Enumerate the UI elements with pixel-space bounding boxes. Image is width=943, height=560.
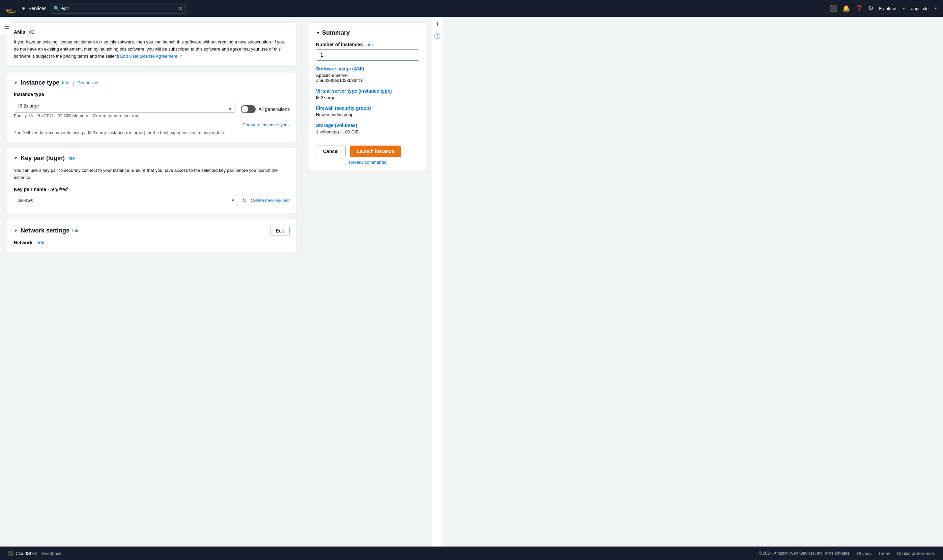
separator: |	[73, 80, 74, 86]
search-input[interactable]	[62, 6, 178, 11]
right-info-icon[interactable]: ℹ	[437, 21, 438, 27]
instance-type-header: ▼ Instance type Info | Get advice	[14, 79, 290, 86]
nav-right-actions: ⬛ 🔔 ❓ ⚙ Frankfurt ▼ appcircle ▼	[830, 5, 938, 12]
eula-link[interactable]: End User License Agreement ↗	[120, 54, 182, 58]
key-pair-section: ▼ Key pair (login) Info You can use a ke…	[7, 148, 297, 213]
ami-section: AMIs 02 If you have an existing license …	[7, 22, 297, 67]
toggle-label: All generations	[258, 106, 290, 112]
key-pair-collapse-icon[interactable]: ▼	[14, 156, 18, 160]
storage-link[interactable]: Storage (volumes)	[316, 123, 419, 128]
instance-type-title: Instance type	[20, 79, 59, 86]
ami-recommendation: The AMI vendor recommends using a t3.2xl…	[14, 130, 290, 135]
all-generations-toggle[interactable]	[241, 105, 256, 113]
summary-card: ▼ Summary Number of instances Info Softw…	[309, 22, 426, 172]
key-pair-select[interactable]: ac-aws	[14, 195, 238, 206]
user-menu[interactable]: appcircle	[911, 6, 929, 11]
storage-value: 1 volume(s) - 100 GiB	[316, 129, 419, 134]
review-commands-link[interactable]: Review commands	[316, 160, 419, 165]
network-settings-title-row: ▼ Network settings Info	[14, 227, 80, 234]
firewall-link[interactable]: Firewall (security group)	[316, 105, 419, 111]
top-navigation: aws ⊞ Services 🔍 ✕ ⬛ 🔔 ❓ ⚙ Frankfurt ▼ a…	[0, 0, 943, 17]
aws-logo[interactable]: aws	[5, 2, 17, 14]
network-label-row: Network Info	[14, 240, 290, 245]
ami-label: AMIs	[14, 29, 25, 35]
instance-type-select-wrapper: t3.2xlarge Family: t3 8 vCPU 32 GiB Memo…	[14, 100, 235, 118]
software-image-name: Appcircle Server ami-0290eb1038b86ff16	[316, 73, 419, 83]
virtual-server-link[interactable]: Virtual server type (instance type)	[316, 88, 419, 94]
instances-input-row: Number of instances Info	[316, 42, 419, 47]
all-generations-toggle-row: All generations	[241, 105, 290, 113]
create-new-key-pair-link[interactable]: Create new key pair	[251, 198, 290, 203]
network-info-link[interactable]: Info	[36, 240, 45, 245]
key-pair-select-wrapper: ac-aws ▼	[14, 195, 238, 206]
virtual-server-value: t3.2xlarge	[316, 95, 419, 100]
search-icon: 🔍	[54, 6, 59, 11]
instance-type-label: Instance type	[14, 92, 290, 97]
search-bar: 🔍 ✕	[51, 3, 185, 14]
instances-info-link[interactable]: Info	[365, 42, 373, 47]
sidebar-toggle[interactable]: ☰	[0, 20, 14, 34]
services-menu[interactable]: ⊞ Services	[22, 6, 46, 11]
instance-type-select[interactable]: t3.2xlarge	[14, 100, 235, 112]
key-pair-name-label: Key pair name - required	[14, 187, 290, 192]
instance-select-row: t3.2xlarge Family: t3 8 vCPU 32 GiB Memo…	[14, 100, 290, 118]
instance-type-info-link[interactable]: Info	[62, 80, 69, 85]
summary-actions: Cancel Launch instance	[316, 146, 419, 157]
key-pair-header: ▼ Key pair (login) Info	[14, 155, 290, 162]
instance-type-collapse-icon[interactable]: ▼	[14, 80, 18, 85]
license-text: If you have an existing license entitlem…	[14, 39, 290, 60]
instances-label: Number of instances	[316, 42, 363, 47]
network-settings-title: Network settings	[20, 227, 69, 234]
svg-text:aws: aws	[6, 8, 12, 11]
compare-instance-types-link[interactable]: Compare instance types	[242, 122, 290, 128]
right-sidebar: ℹ 🕐	[432, 17, 443, 546]
ami-count: 02	[29, 29, 34, 35]
page-wrapper: AMIs 02 If you have an existing license …	[0, 17, 943, 546]
instance-type-section: ▼ Instance type Info | Get advice Instan…	[7, 72, 297, 142]
clear-search-icon[interactable]: ✕	[178, 5, 182, 12]
key-pair-description: You can use a key pair to securely conne…	[14, 167, 290, 181]
network-settings-section: ▼ Network settings Info Edit Network Inf…	[7, 218, 297, 252]
summary-panel: ▼ Summary Number of instances Info Softw…	[304, 17, 432, 546]
software-image-link[interactable]: Software Image (AMI)	[316, 66, 419, 71]
firewall-value: New security group	[316, 112, 419, 117]
right-history-icon[interactable]: 🕐	[434, 33, 441, 39]
get-advice-link[interactable]: Get advice	[77, 80, 98, 85]
cancel-button[interactable]: Cancel	[316, 146, 346, 157]
region-selector[interactable]: Frankfurt	[879, 6, 897, 11]
network-settings-edit-button[interactable]: Edit	[270, 226, 290, 236]
instance-details: Family: t3 8 vCPU 32 GiB Memory Current …	[14, 113, 235, 118]
network-settings-header: ▼ Network settings Info Edit	[14, 226, 290, 236]
summary-collapse-icon[interactable]: ▼	[316, 31, 320, 35]
summary-title: ▼ Summary	[316, 29, 419, 36]
cloudshell-icon[interactable]: ⬛	[830, 5, 837, 12]
key-pair-info-link[interactable]: Info	[68, 156, 75, 161]
refresh-key-pairs-icon[interactable]: ↻	[242, 197, 247, 203]
network-collapse-icon[interactable]: ▼	[14, 228, 18, 233]
instances-input[interactable]	[316, 49, 419, 61]
network-settings-info-link[interactable]: Info	[72, 228, 80, 233]
help-icon[interactable]: ❓	[855, 5, 863, 12]
launch-instance-button[interactable]: Launch instance	[350, 146, 401, 157]
toggle-knob	[241, 106, 248, 112]
key-pair-title: Key pair (login)	[20, 155, 65, 162]
key-pair-row: ac-aws ▼ ↻ Create new key pair	[14, 195, 290, 206]
main-content: AMIs 02 If you have an existing license …	[0, 17, 304, 546]
bell-icon[interactable]: 🔔	[843, 5, 850, 12]
settings-icon[interactable]: ⚙	[868, 5, 874, 12]
